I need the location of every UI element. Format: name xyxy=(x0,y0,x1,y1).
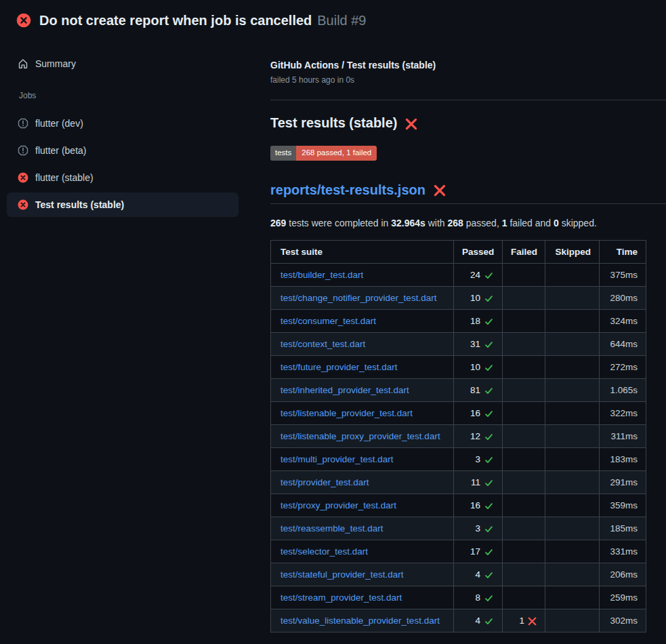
report-file-link[interactable]: reports/test-results.json xyxy=(270,182,425,198)
passed-cell: 17 xyxy=(454,540,503,563)
check-icon xyxy=(484,363,494,373)
sidebar: Summary Jobs flutter (dev) flutter (beta… xyxy=(0,38,270,220)
test-suite-link[interactable]: test/listenable_provider_test.dart xyxy=(280,408,413,418)
column-header-test-suite: Test suite xyxy=(271,240,454,263)
sidebar-job-label: Test results (stable) xyxy=(35,199,124,210)
passed-cell: 4 xyxy=(454,609,503,632)
skipped-cell xyxy=(545,378,600,401)
sidebar-job-item-2[interactable]: flutter (beta) xyxy=(7,138,238,163)
breadcrumb: GitHub Actions / Test results (stable) xyxy=(270,60,666,71)
test-suite-link[interactable]: test/builder_test.dart xyxy=(280,270,363,280)
passed-cell: 16 xyxy=(454,401,503,424)
table-row: test/proxy_provider_test.dart 16 359ms xyxy=(271,494,646,517)
skipped-cell xyxy=(545,286,600,309)
passed-cell: 11 xyxy=(454,470,503,494)
table-row: test/future_provider_test.dart 10 272ms xyxy=(271,355,646,378)
skipped-cell xyxy=(545,470,600,494)
table-row: test/stream_provider_test.dart 8 259ms xyxy=(271,586,646,609)
failed-circle-icon xyxy=(16,13,31,28)
failed-cell xyxy=(503,309,545,332)
table-row: test/selector_test.dart 17 331ms xyxy=(271,540,646,563)
table-row: test/consumer_test.dart 18 324ms xyxy=(271,309,646,332)
failed-cell xyxy=(503,470,545,494)
failed-cell xyxy=(503,517,545,540)
failed-circle-icon xyxy=(18,199,28,210)
skipped-cell xyxy=(545,609,600,632)
failed-cell xyxy=(503,401,545,424)
time-cell: 185ms xyxy=(600,517,646,540)
check-icon xyxy=(484,317,494,327)
sidebar-job-label: flutter (dev) xyxy=(35,118,83,129)
check-icon xyxy=(484,478,494,488)
x-icon xyxy=(528,617,537,626)
skipped-cell xyxy=(545,540,600,563)
sidebar-job-item-1[interactable]: flutter (dev) xyxy=(7,111,238,136)
check-icon xyxy=(484,547,494,557)
skipped-cell xyxy=(545,355,600,378)
test-suite-link[interactable]: test/context_test.dart xyxy=(280,339,365,349)
skipped-cell xyxy=(545,447,600,470)
skipped-cell xyxy=(545,401,600,424)
sidebar-job-item-3[interactable]: flutter (stable) xyxy=(7,165,238,190)
test-suite-link[interactable]: test/consumer_test.dart xyxy=(280,316,376,326)
failed-x-icon xyxy=(434,184,446,197)
page-title: Do not create report when job is cancell… xyxy=(39,13,312,28)
passed-cell: 8 xyxy=(454,586,503,609)
passed-cell: 3 xyxy=(454,447,503,470)
passed-cell: 16 xyxy=(454,494,503,517)
skipped-cell xyxy=(545,263,600,286)
section-title: Test results (stable) xyxy=(270,115,397,131)
skipped-cell xyxy=(545,424,600,447)
badge-label: tests xyxy=(270,146,296,161)
test-suite-link[interactable]: test/multi_provider_test.dart xyxy=(280,454,394,464)
time-cell: 280ms xyxy=(600,286,646,309)
test-suite-link[interactable]: test/inherited_provider_test.dart xyxy=(280,385,409,395)
time-cell: 206ms xyxy=(600,563,646,586)
time-cell: 644ms xyxy=(600,332,646,355)
column-header-skipped: Skipped xyxy=(545,240,600,263)
failed-cell: 1 xyxy=(503,609,545,632)
table-row: test/reassemble_test.dart 3 185ms xyxy=(271,517,646,540)
test-suite-link[interactable]: test/stateful_provider_test.dart xyxy=(280,569,404,580)
skipped-cell xyxy=(545,517,600,540)
failed-cell xyxy=(503,540,545,563)
table-row: test/context_test.dart 31 644ms xyxy=(271,332,646,355)
check-icon xyxy=(484,432,494,442)
test-suite-link[interactable]: test/proxy_provider_test.dart xyxy=(280,500,396,510)
failed-x-icon xyxy=(405,118,417,130)
passed-cell: 10 xyxy=(454,286,503,309)
time-cell: 324ms xyxy=(600,309,646,332)
tests-badge: tests 268 passed, 1 failed xyxy=(270,146,377,161)
test-suite-link[interactable]: test/reassemble_test.dart xyxy=(280,523,383,534)
test-suite-link[interactable]: test/provider_test.dart xyxy=(280,477,369,487)
sidebar-job-label: flutter (stable) xyxy=(35,172,93,183)
table-header-row: Test suite Passed Failed Skipped Time xyxy=(271,240,646,263)
failed-cell xyxy=(503,263,545,286)
skipped-cell xyxy=(545,563,600,586)
time-cell: 375ms xyxy=(600,263,646,286)
sidebar-item-summary[interactable]: Summary xyxy=(7,52,238,76)
time-cell: 311ms xyxy=(600,424,646,447)
failed-cell xyxy=(503,286,545,309)
passed-cell: 81 xyxy=(454,378,503,401)
test-suite-link[interactable]: test/listenable_proxy_provider_test.dart xyxy=(280,431,440,441)
failed-cell xyxy=(503,586,545,609)
table-row: test/inherited_provider_test.dart 81 1.0… xyxy=(271,378,646,401)
passed-cell: 24 xyxy=(454,263,503,286)
build-header: Do not create report when job is cancell… xyxy=(0,0,666,38)
check-icon xyxy=(484,501,494,511)
sidebar-job-item-4[interactable]: Test results (stable) xyxy=(7,193,238,217)
test-suite-link[interactable]: test/value_listenable_provider_test.dart xyxy=(280,616,440,626)
failed-cell xyxy=(503,447,545,470)
home-icon xyxy=(18,58,28,69)
test-suite-link[interactable]: test/change_notifier_provider_test.dart xyxy=(280,293,436,303)
passed-cell: 12 xyxy=(454,424,503,447)
check-icon xyxy=(484,455,494,465)
test-suite-link[interactable]: test/stream_provider_test.dart xyxy=(280,592,402,603)
test-suite-link[interactable]: test/selector_test.dart xyxy=(280,546,368,557)
sidebar-summary-label: Summary xyxy=(35,58,76,69)
column-header-passed: Passed xyxy=(454,240,503,263)
check-icon xyxy=(484,386,494,396)
skipped-cell xyxy=(545,332,600,355)
test-suite-link[interactable]: test/future_provider_test.dart xyxy=(280,362,398,372)
